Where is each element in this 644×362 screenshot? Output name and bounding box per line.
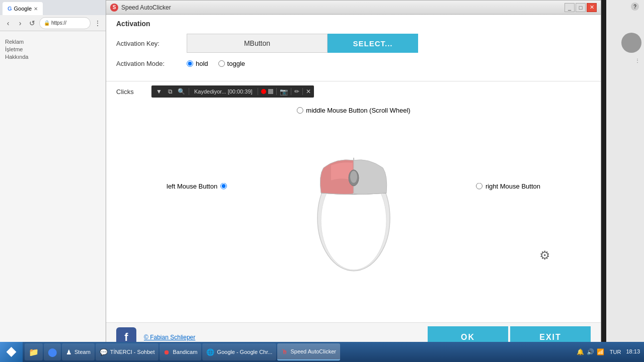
left-button-radio[interactable]	[220, 183, 227, 190]
toolbar-close-icon[interactable]: ✕	[306, 88, 311, 95]
help-button-bg[interactable]: ?	[631, 3, 639, 11]
browser-ad-label: Reklam	[5, 39, 101, 45]
right-button-radio[interactable]	[476, 183, 482, 190]
taskbar-clock: 18:13	[626, 348, 640, 355]
systray-icon-1: 🔔	[577, 348, 585, 356]
window-controls-bg: ?	[631, 3, 639, 11]
close-button[interactable]: ✕	[587, 3, 597, 12]
network-icon: 📶	[597, 348, 605, 356]
systray-icon-2: 🔊	[587, 348, 595, 356]
language-indicator: TUR	[608, 348, 623, 356]
toolbar-dropdown-icon[interactable]: ▼	[154, 87, 164, 96]
toolbar-separator-3	[276, 88, 277, 95]
clicks-label: Clicks	[116, 88, 146, 96]
title-bar: S Speed AutoClicker _ □ ✕	[106, 1, 601, 15]
toolbar-copy-icon[interactable]: ⧉	[166, 87, 175, 96]
edit-icon[interactable]: ✏	[294, 88, 299, 95]
profile-avatar-bg	[621, 33, 641, 53]
gear-icon[interactable]: ⚙	[539, 248, 550, 262]
clock-time: 18:13	[626, 348, 640, 355]
taskbar-item-browser1[interactable]: ⬤	[44, 343, 61, 360]
autoclicker-window: S Speed AutoClicker _ □ ✕ Activation Act…	[106, 0, 601, 352]
mode-hold-option[interactable]: hold	[187, 60, 208, 67]
activation-section-title: Activation	[116, 20, 591, 28]
middle-button-label-row: middle Mouse Button (Scroll Wheel)	[296, 107, 410, 114]
toolbar-zoom-icon[interactable]: 🔍	[177, 87, 186, 96]
taskbar-item-chrome2[interactable]: 🌐 Google - Google Chr...	[202, 343, 276, 360]
browser-menu-button[interactable]: ⋮	[93, 18, 103, 28]
file-explorer-icon: 📁	[29, 347, 39, 357]
window-title: Speed AutoClicker	[121, 4, 171, 11]
middle-button-label: middle Mouse Button (Scroll Wheel)	[306, 107, 410, 114]
overflow-menu-bg[interactable]: ⋮	[635, 58, 640, 63]
autoclicker-label: Speed AutoClicker	[290, 348, 336, 354]
mouse-click-area: middle Mouse Button (Scroll Wheel) left …	[116, 102, 591, 278]
clicks-header: Clicks ▼ ⧉ 🔍 Kaydediyor... [00:00:39] 📷 …	[116, 81, 591, 102]
browser-ad-label3: Hakkında	[5, 54, 101, 60]
record-square-icon	[268, 89, 273, 94]
taskbar-right: 🔔 🔊 📶 TUR 18:13	[573, 348, 644, 356]
browser-reload-button[interactable]: ↺	[27, 18, 37, 28]
chrome-icon-2: 🌐	[206, 348, 214, 356]
middle-button-radio[interactable]	[296, 107, 303, 114]
copyright-link[interactable]: © Fabian Schlieper	[144, 334, 195, 341]
chrome-label: Google - Google Chr...	[217, 349, 272, 355]
start-button[interactable]	[0, 342, 23, 362]
mouse-diagram-svg	[308, 133, 399, 274]
browser-url-bar[interactable]: 🔒 https://	[39, 17, 91, 29]
taskbar: 📁 ⬤ ♟ Steam 💬 TİNERCI - Sohbet ⏺ Bandica…	[0, 342, 644, 362]
activation-mode-label: Activation Mode:	[116, 60, 187, 67]
taskbar-item-bandicam[interactable]: ⏺ Bandicam	[159, 343, 201, 360]
activation-section: Activation Activation Key: MButton SELEC…	[106, 15, 601, 77]
browser-address-bar: ‹ › ↺ 🔒 https:// ⋮	[0, 15, 106, 31]
browser-forward-button[interactable]: ›	[15, 18, 25, 28]
browser-back-button[interactable]: ‹	[3, 18, 13, 28]
mode-toggle-radio[interactable]	[218, 60, 225, 67]
mode-toggle-label: toggle	[227, 60, 245, 67]
app-icon: S	[110, 4, 118, 12]
recording-label: Kaydediyor... [00:00:39]	[192, 88, 255, 95]
mode-toggle-option[interactable]: toggle	[218, 60, 245, 67]
taskbar-item-autoclicker[interactable]: 🖱 Speed AutoClicker	[277, 343, 340, 360]
avatar-bg	[621, 33, 641, 53]
camera-icon[interactable]: 📷	[280, 88, 288, 96]
select-button[interactable]: SELECT...	[328, 34, 418, 53]
taskbar-item-steam[interactable]: ♟ Steam	[62, 343, 95, 360]
left-button-label-row: left Mouse Button	[167, 183, 227, 190]
svg-point-4	[350, 171, 357, 183]
right-button-label: right Mouse Button	[486, 183, 540, 190]
clicks-section: Clicks ▼ ⧉ 🔍 Kaydediyor... [00:00:39] 📷 …	[106, 81, 601, 278]
right-button-label-row: right Mouse Button	[476, 183, 540, 190]
title-bar-left: S Speed AutoClicker	[110, 4, 171, 12]
bandicam-label: Bandicam	[173, 349, 197, 355]
browser-background: G Google ✕ ‹ › ↺ 🔒 https:// ⋮ Reklam İşl…	[0, 0, 106, 362]
taskbar-item-tinerci[interactable]: 💬 TİNERCI - Sohbet	[96, 343, 159, 360]
svg-point-5	[331, 201, 361, 256]
right-panel-background: ? ⋮	[606, 0, 644, 362]
steam-icon: ♟	[66, 348, 72, 356]
browser-tab-google[interactable]: G Google ✕	[3, 2, 43, 15]
maximize-button[interactable]: □	[576, 3, 586, 12]
mode-hold-label: hold	[196, 60, 208, 67]
browser-content: Reklam İşletme Hakkında	[0, 31, 106, 65]
activation-key-label: Activation Key:	[116, 40, 187, 47]
browser-ad-label2: İşletme	[5, 46, 101, 52]
left-button-label: left Mouse Button	[167, 183, 217, 190]
steam-label: Steam	[74, 349, 91, 355]
activation-mode-radio-group: hold toggle	[187, 60, 245, 67]
mode-hold-radio[interactable]	[187, 60, 193, 67]
taskbar-items: 📁 ⬤ ♟ Steam 💬 TİNERCI - Sohbet ⏺ Bandica…	[23, 343, 573, 360]
record-dot-icon	[261, 89, 266, 94]
minimize-button[interactable]: _	[565, 3, 575, 12]
activation-key-field: MButton	[187, 34, 328, 53]
activation-key-row: Activation Key: MButton SELECT...	[116, 34, 591, 53]
systray: 🔔 🔊 📶	[577, 348, 605, 356]
tab-close-icon[interactable]: ✕	[34, 6, 38, 12]
content-area: Activation Activation Key: MButton SELEC…	[106, 15, 601, 322]
taskbar-item-file-explorer[interactable]: 📁	[25, 343, 43, 360]
toolbar-separator-4	[291, 88, 291, 95]
toolbar-separator-5	[302, 88, 303, 95]
toolbar-separator-1	[189, 88, 189, 95]
bandicam-icon: ⏺	[164, 348, 170, 356]
activation-mode-row: Activation Mode: hold toggle	[116, 60, 591, 67]
